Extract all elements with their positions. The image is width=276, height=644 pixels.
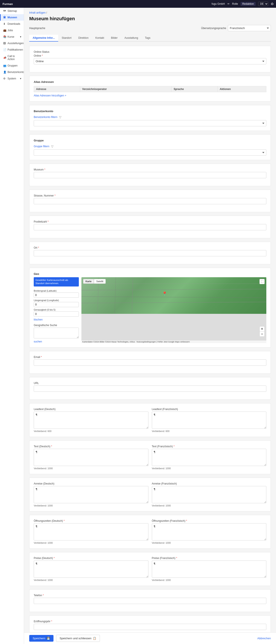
- sidebar-item-jobs[interactable]: 💼 Jobs: [0, 27, 24, 34]
- plz-input[interactable]: [34, 224, 266, 230]
- anreise-two-col: Anreise (Deutsch) ¶ Verbleibend: 1000 An…: [34, 482, 266, 507]
- translation-language-select[interactable]: Deutsch Französisch Italienisch Englisch: [228, 25, 271, 31]
- save-close-label: Speichern und schliessen: [60, 637, 92, 640]
- longitude-input[interactable]: [34, 302, 79, 307]
- strasse-input[interactable]: [34, 198, 266, 204]
- ort-input[interactable]: [34, 250, 266, 256]
- sidebar-item-ausstellungen[interactable]: 🖼 Ausstellungen: [0, 40, 24, 46]
- tab-kontakt[interactable]: Kontakt: [92, 35, 108, 42]
- translation-section: Übersetzungssprache Deutsch Französisch …: [201, 25, 271, 31]
- kurse-icon: 📚: [3, 35, 6, 38]
- museum-field-group: Museum *: [34, 168, 266, 178]
- svg-line-2: [81, 302, 266, 303]
- online-status-section: Online-Status Online * Online Offline: [29, 46, 271, 72]
- anreise-de-textarea[interactable]: ¶: [34, 486, 148, 503]
- alias-col-operator: Verzeichnisoperator: [80, 86, 171, 92]
- map-tab-karte[interactable]: Karte: [83, 279, 94, 284]
- save-button[interactable]: Speichern 💾: [29, 635, 53, 642]
- publikationen-icon: 📄: [3, 48, 6, 51]
- genauigkeit-input[interactable]: [34, 312, 79, 316]
- url-section: URL: [29, 377, 271, 400]
- tab-bilder[interactable]: Bilder: [108, 35, 121, 42]
- eroeffnungsjahr-input[interactable]: [34, 624, 266, 630]
- online-status-select[interactable]: Online Offline: [34, 58, 266, 64]
- telefon-label: Telefon *: [34, 594, 266, 597]
- plz-group: Postleitzahl *: [34, 220, 266, 230]
- sidebar-label-ausstellungen: Ausstellungen: [7, 42, 24, 45]
- benutzerkonto-filter-button[interactable]: Benutzerkonto filtern: [34, 116, 57, 118]
- oeffnungszeiten-fr-textarea[interactable]: ¶: [152, 523, 267, 540]
- leadtext-section: Leadtext (Deutsch) ¶ Verbleibend: 600 Le…: [29, 403, 271, 437]
- text-de-label: Text (Deutsch) *: [34, 445, 148, 448]
- text-de-group: Text (Deutsch) * ¶ Verbleibend: 1000: [34, 445, 148, 470]
- sidebar-item-call-to-action[interactable]: 📣 Call to Action: [0, 53, 24, 62]
- telefon-input[interactable]: [34, 598, 266, 604]
- sidebar-item-publikationen[interactable]: 📄 Publikationen: [0, 46, 24, 53]
- loeschen-button[interactable]: löschen: [34, 318, 42, 321]
- email-input[interactable]: [34, 360, 266, 366]
- add-alias-button[interactable]: Alias Adressen hinzufügen +: [34, 94, 66, 97]
- map-zoom-in-button[interactable]: +: [260, 326, 265, 332]
- cancel-button[interactable]: Abbrechen: [257, 637, 271, 640]
- map-zoom-out-button[interactable]: −: [260, 332, 265, 337]
- tab-direktion[interactable]: Direktion: [75, 35, 92, 42]
- url-label: URL: [34, 382, 266, 385]
- edit-icon[interactable]: ✏: [227, 2, 230, 6]
- suchen-button[interactable]: suchen: [34, 340, 42, 343]
- url-input[interactable]: [34, 386, 266, 392]
- leadtext-fr-textarea[interactable]: ¶: [152, 412, 267, 429]
- tab-ausstattung[interactable]: Ausstattung: [121, 35, 141, 42]
- gruppe-filter-button[interactable]: Gruppe filtern: [34, 145, 49, 148]
- tab-allgemeine[interactable]: Allgemeine Infor...: [29, 35, 58, 42]
- preise-de-textarea[interactable]: ¶: [34, 560, 148, 578]
- sidebar-label-benutzerkonto: Benutzerkonto: [7, 70, 24, 74]
- tab-tags[interactable]: Tags: [141, 35, 154, 42]
- map-zoom-controls: + −: [260, 326, 265, 337]
- sidebar-item-gruppen[interactable]: 👥 Gruppen: [0, 62, 24, 69]
- anreise-section: Anreise (Deutsch) ¶ Verbleibend: 1000 An…: [29, 478, 271, 512]
- sidebar-item-sitemap[interactable]: 🗺 Sitemap: [0, 8, 24, 14]
- oeffnungszeiten-de-textarea[interactable]: ¶: [34, 523, 148, 540]
- save-label: Speichern: [33, 637, 45, 640]
- museum-field-section: Museum *: [29, 164, 271, 186]
- save-close-button[interactable]: Speichern und schliessen 📋: [56, 635, 100, 642]
- benutzerkonto-heading: Benutzerkonto: [34, 110, 266, 113]
- museum-field-label: Museum *: [34, 168, 266, 171]
- text-de-textarea[interactable]: ¶: [34, 449, 148, 466]
- preise-fr-textarea[interactable]: ¶: [152, 560, 267, 578]
- anreise-fr-textarea[interactable]: ¶: [152, 486, 267, 503]
- map-fullscreen-button[interactable]: ⛶: [260, 279, 265, 284]
- museum-input[interactable]: [34, 172, 266, 178]
- sidebar-item-downloads[interactable]: ⬇ Downloads: [0, 21, 24, 27]
- sidebar-item-museen[interactable]: 🏛 Museen: [0, 14, 24, 21]
- oeffnungszeiten-fr-group: Öffnungszeiten (Französisch) * ¶ Verblei…: [152, 520, 267, 544]
- text-fr-textarea[interactable]: ¶: [152, 449, 267, 466]
- oeffnungszeiten-fr-remaining: Verbleibend: 1000: [152, 542, 267, 544]
- ort-group: Ort *: [34, 246, 266, 256]
- main-language-section: Hauptsprache: [29, 26, 45, 30]
- call-to-action-icon: 📣: [3, 56, 6, 59]
- latitude-input[interactable]: [34, 292, 79, 298]
- main-language-label: Hauptsprache: [29, 27, 45, 30]
- leadtext-de-textarea[interactable]: ¶: [34, 412, 148, 429]
- sidebar-item-benutzerkonto[interactable]: 👤 Benutzerkonto: [0, 69, 24, 75]
- geo-search-textarea[interactable]: [34, 328, 79, 338]
- anreise-fr-group: Anreise (Französisch) ¶ Verbleibend: 100…: [152, 482, 267, 507]
- selected-area-button[interactable]: Gewählter Kartenausschnitt als Standort …: [34, 277, 79, 286]
- topbar-app-name: Furman: [2, 2, 13, 6]
- page-title: Museum hinzufügen: [29, 16, 271, 22]
- telefon-section: Telefon *: [29, 589, 271, 612]
- breadcrumb-link[interactable]: Inhalt anfügen: [29, 11, 45, 14]
- geo-map-tabs: Karte Satellit: [83, 279, 106, 284]
- svg-line-4: [115, 277, 116, 314]
- benutzerkonto-select[interactable]: [34, 120, 266, 126]
- power-icon[interactable]: ⏻: [271, 2, 274, 6]
- gruppe-select[interactable]: [34, 150, 266, 156]
- geo-inner: Gewählter Kartenausschnitt als Standort …: [34, 277, 266, 343]
- map-tab-satellit[interactable]: Satellit: [94, 279, 106, 284]
- language-select[interactable]: DE FR: [258, 2, 268, 6]
- tab-standort[interactable]: Standort: [58, 35, 75, 42]
- sidebar-item-system[interactable]: ⚙ System ▾: [0, 75, 24, 82]
- sidebar-item-kurse[interactable]: 📚 Kurse ▾: [0, 34, 24, 40]
- strasse-label: Strasse, Nummer *: [34, 194, 266, 197]
